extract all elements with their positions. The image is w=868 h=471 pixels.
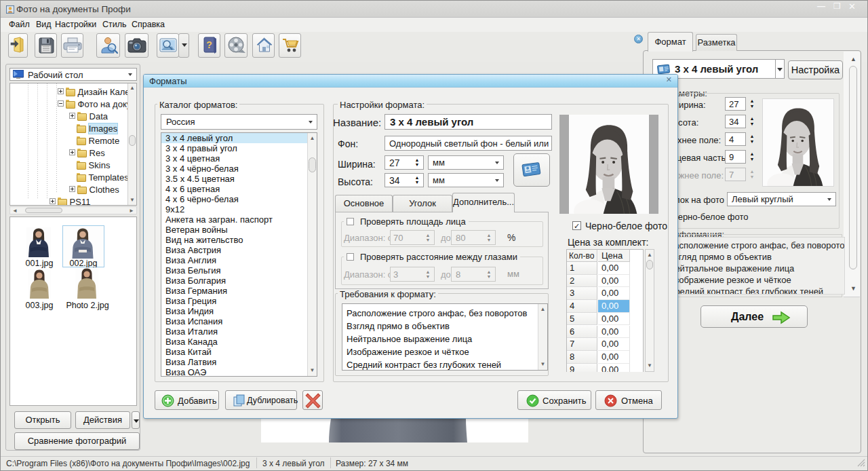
svg-text:?: ?	[206, 39, 212, 50]
